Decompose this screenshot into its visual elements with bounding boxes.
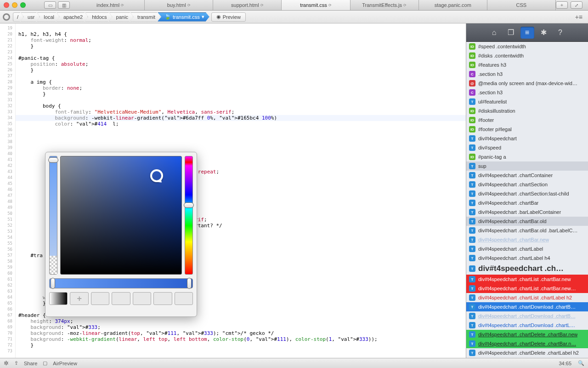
preview-label: Preview [223, 14, 241, 20]
path-segment[interactable]: htdocs [85, 12, 112, 22]
symbol-item[interactable]: Tdiv#t4speedchart .chartDownload .chartB… [466, 311, 588, 321]
device-icon[interactable]: ▢ [43, 360, 47, 366]
path-segment[interactable]: usr [21, 12, 40, 22]
symbol-item[interactable]: Tdiv#t4speedchart .chartBar.new [466, 235, 588, 244]
main-area: 1920212223242526272829303132333435363738… [0, 23, 588, 358]
home-icon[interactable]: ⌂ [487, 27, 501, 39]
symbol-item[interactable]: ID#speed .contentwidth [466, 42, 588, 51]
sidebar-toolbar: ⌂ ❐ ≡ ✱ ? [466, 23, 588, 42]
zoom-window-button[interactable] [20, 2, 26, 8]
symbol-item[interactable]: Tdiv#t4speedchart .chartLabel [466, 244, 588, 253]
document-tab[interactable]: buy.html⟳ [145, 0, 213, 10]
swatch-gradient[interactable] [49, 292, 68, 305]
hue-thumb[interactable] [184, 202, 194, 208]
fullscreen-button[interactable]: ⤢ [571, 1, 582, 9]
titlebar: ▭ ▥ index.html⟳buy.html⟳support.html⟳tra… [0, 0, 588, 11]
symbol-item[interactable]: Tdiv#t4speedchart .barLabelContainer [466, 207, 588, 217]
search-icon[interactable]: 🔍 [578, 360, 584, 366]
alpha-slider-vertical[interactable] [49, 156, 57, 275]
symbol-item[interactable]: Tdiv#t4speedchart .chartList .chartLabel… [466, 293, 588, 302]
symbols-icon[interactable]: ≡ [520, 27, 534, 39]
symbol-item[interactable]: ID#disks .contentwidth [466, 51, 588, 60]
symbol-item[interactable]: Tdiv#t4speedchart .ch… [466, 263, 588, 275]
symbol-item[interactable]: Tdiv#t4speedchart .chartBar.old .barLabe… [466, 226, 588, 235]
navigator-sidebar: ⌂ ❐ ≡ ✱ ? ID#speed .contentwidthID#disks… [466, 23, 588, 358]
symbol-item[interactable]: Tdiv#t4speedchart .chartSection [466, 180, 588, 189]
symbol-item[interactable]: Tsup [466, 161, 588, 171]
document-tab[interactable]: CSS [487, 0, 556, 10]
alpha-thumb[interactable] [48, 157, 58, 163]
symbol-item[interactable]: Tdiv#t4speedchart .chartDelete .chartBar… [466, 330, 588, 339]
color-picker[interactable]: + [45, 152, 197, 317]
symbol-item[interactable]: Tdiv#t4speedchart .chartBar.old [466, 217, 588, 226]
add-path-button[interactable]: +≡ [575, 13, 582, 21]
symbol-item[interactable]: Tdiv#t4speedchart .chartBar [466, 198, 588, 207]
path-root-icon[interactable] [3, 13, 10, 21]
path-segment[interactable]: transmit [130, 12, 160, 22]
symbol-item[interactable]: C.section h3 [466, 88, 588, 97]
symbol-item[interactable]: ID#disksillustration [466, 106, 588, 115]
symbol-item[interactable]: Tdiv#t4speedchart .chartDelete .chartBar… [466, 339, 588, 348]
symbol-item[interactable]: Tdiv#t4speedchart .chartList .chartBar.n… [466, 275, 588, 284]
swatch-empty[interactable] [112, 292, 130, 305]
symbol-item[interactable]: ID#footer p#legal [466, 125, 588, 134]
symbol-list[interactable]: ID#speed .contentwidthID#disks .contentw… [466, 42, 588, 358]
symbol-item[interactable]: Tdiv#t4speedchart .chartDownload .chartB… [466, 302, 588, 311]
document-tab[interactable]: support.html⟳ [213, 0, 282, 10]
document-tab[interactable]: TransmitEffects.js⟳ [351, 0, 419, 10]
eye-icon: ◉ [216, 14, 221, 20]
share-label[interactable]: Share [24, 361, 37, 366]
symbol-item[interactable]: Tdiv#t4speedchart [466, 134, 588, 143]
symbol-item[interactable]: Tdiv#t4speedchart .chartDownload .chartL… [466, 321, 588, 330]
path-segment[interactable]: local [37, 12, 59, 22]
color-field[interactable] [60, 156, 182, 275]
alpha-slider-horizontal[interactable] [49, 278, 193, 288]
line-gutter: 1920212223242526272829303132333435363738… [0, 23, 16, 358]
files-icon[interactable]: ❐ [504, 27, 518, 39]
slider-thumb-right[interactable] [187, 278, 192, 289]
slider-thumb-left[interactable] [51, 278, 55, 289]
share-icon[interactable]: ⇪ [14, 360, 18, 366]
symbol-item[interactable]: C.section h3 [466, 69, 588, 79]
symbol-item[interactable]: Tdiv#t4speedchart .chartLabel h4 [466, 253, 588, 263]
document-tab[interactable]: transmit.css⟳ [282, 0, 350, 10]
add-tab-button[interactable]: ＋ [556, 1, 568, 9]
preview-button[interactable]: ◉ Preview [211, 12, 246, 22]
symbol-item[interactable]: ID#footer [466, 115, 588, 125]
status-bar: ✲ ⇪ Share ▢ AirPreview 34:65 🔍 [0, 358, 588, 368]
help-icon[interactable]: ? [554, 27, 567, 39]
symbol-item[interactable]: ID#features h3 [466, 60, 588, 69]
symbol-item[interactable]: Tdiv#t4speedchart .chartContainer [466, 171, 588, 180]
swatch-empty[interactable] [153, 292, 172, 305]
swatch-empty[interactable] [133, 292, 151, 305]
sidebar-toggle-button[interactable]: ▭ [44, 1, 56, 9]
minimize-window-button[interactable] [12, 2, 17, 8]
toolbar-button[interactable]: ▥ [58, 1, 70, 9]
color-loupe[interactable] [150, 169, 163, 182]
symbol-item[interactable]: Tdiv#speed [466, 143, 588, 152]
document-tab[interactable]: stage.panic.com [419, 0, 487, 10]
editor[interactable]: 1920212223242526272829303132333435363738… [0, 23, 466, 358]
path-segment[interactable]: 🍃transmit.css ▾ [158, 12, 209, 22]
symbol-item[interactable]: Tdiv#t4speedchart .chartDelete .chartLab… [466, 348, 588, 357]
path-segment[interactable]: apache2 [57, 12, 88, 22]
document-tab[interactable]: index.html⟳ [76, 0, 145, 10]
hue-slider[interactable] [185, 156, 193, 275]
symbol-item[interactable]: ID#panic-tag a [466, 152, 588, 161]
symbol-item[interactable]: Tdiv#t4speedchart .chartSection:last-chi… [466, 189, 588, 198]
path-segment[interactable]: panic [109, 12, 133, 22]
star-icon[interactable]: ✱ [537, 27, 551, 39]
cursor-position: 34:65 [559, 361, 571, 366]
path-bar: /usrlocalapache2htdocspanictransmit🍃tran… [0, 11, 588, 23]
gear-icon[interactable]: ✲ [4, 360, 9, 367]
traffic-lights [4, 2, 26, 8]
symbol-item[interactable]: Tul#featurelist [466, 97, 588, 106]
close-window-button[interactable] [4, 2, 9, 8]
swatch-empty[interactable] [91, 292, 109, 305]
swatch-row: + [49, 292, 193, 305]
airpreview-label[interactable]: AirPreview [53, 361, 77, 366]
swatch-empty[interactable] [175, 292, 193, 305]
symbol-item[interactable]: Tdiv#t4speedchart .chartList .chartBar.n… [466, 284, 588, 293]
symbol-item[interactable]: @@media only screen and (max-device-wid… [466, 79, 588, 88]
swatch-add[interactable]: + [70, 292, 88, 305]
